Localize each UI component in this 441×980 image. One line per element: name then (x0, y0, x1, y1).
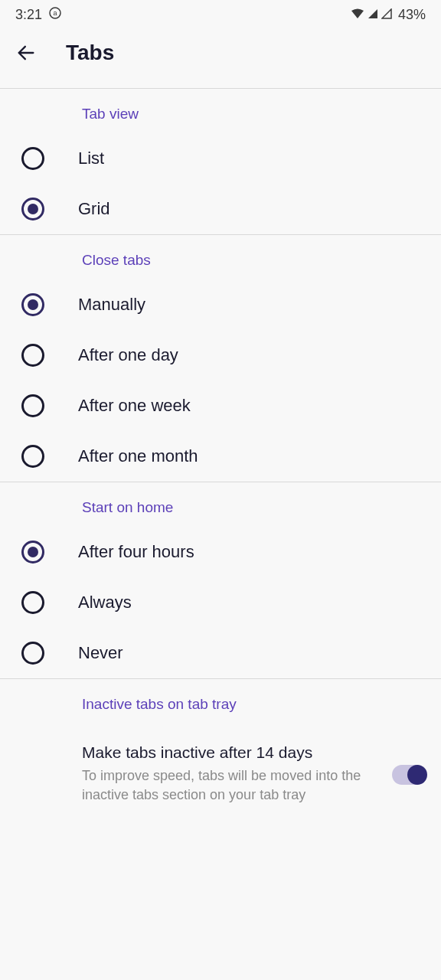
radio-label: After four hours (78, 542, 194, 562)
radio-label: Never (78, 643, 123, 663)
section-header-inactive: Inactive tabs on tab tray (0, 679, 441, 724)
section-start-home: Start on home After four hours Always Ne… (0, 482, 441, 678)
radio-icon (21, 394, 44, 417)
toggle-knob-icon (407, 765, 427, 785)
radio-option-one-week[interactable]: After one week (0, 381, 441, 431)
radio-option-always[interactable]: Always (0, 577, 441, 628)
radio-icon (21, 591, 44, 614)
radio-label: After one day (78, 345, 178, 365)
radio-label: After one month (78, 446, 198, 466)
toggle-description: To improve speed, tabs will be moved int… (82, 766, 377, 805)
radio-icon (21, 445, 44, 468)
status-app-icon: a (48, 6, 62, 24)
section-header-tab-view: Tab view (0, 89, 441, 133)
toggle-switch[interactable] (392, 765, 426, 785)
radio-option-manually[interactable]: Manually (0, 279, 441, 330)
svg-text:a: a (54, 9, 57, 17)
status-bar: 3:21 a 43% (0, 0, 441, 27)
status-time: 3:21 (15, 7, 42, 23)
toggle-title: Make tabs inactive after 14 days (82, 743, 377, 762)
app-bar: Tabs (0, 27, 441, 88)
radio-icon (21, 642, 44, 665)
radio-label: After one week (78, 396, 191, 416)
radio-icon-selected (21, 198, 44, 220)
page-title: Tabs (66, 41, 114, 65)
radio-option-list[interactable]: List (0, 133, 441, 184)
radio-label: List (78, 149, 104, 168)
section-tab-view: Tab view List Grid (0, 89, 441, 234)
toggle-row-inactive-14-days[interactable]: Make tabs inactive after 14 days To impr… (0, 724, 441, 818)
section-header-close-tabs: Close tabs (0, 235, 441, 279)
radio-label: Manually (78, 295, 145, 315)
radio-icon-selected (21, 541, 44, 564)
radio-icon (21, 344, 44, 367)
radio-label: Grid (78, 199, 110, 219)
radio-label: Always (78, 593, 132, 612)
battery-percent: 43% (398, 7, 426, 23)
radio-option-never[interactable]: Never (0, 628, 441, 678)
signal-icon-1 (368, 7, 378, 23)
radio-option-one-day[interactable]: After one day (0, 330, 441, 381)
section-inactive-tabs: Inactive tabs on tab tray Make tabs inac… (0, 679, 441, 818)
wifi-icon (351, 7, 364, 23)
back-arrow-icon (15, 41, 37, 64)
back-button[interactable] (15, 42, 37, 64)
signal-icon-2 (381, 7, 392, 23)
radio-option-one-month[interactable]: After one month (0, 431, 441, 482)
radio-icon (21, 147, 44, 170)
radio-icon-selected (21, 293, 44, 316)
radio-option-four-hours[interactable]: After four hours (0, 527, 441, 577)
radio-option-grid[interactable]: Grid (0, 184, 441, 234)
section-close-tabs: Close tabs Manually After one day After … (0, 235, 441, 482)
section-header-start-home: Start on home (0, 482, 441, 527)
